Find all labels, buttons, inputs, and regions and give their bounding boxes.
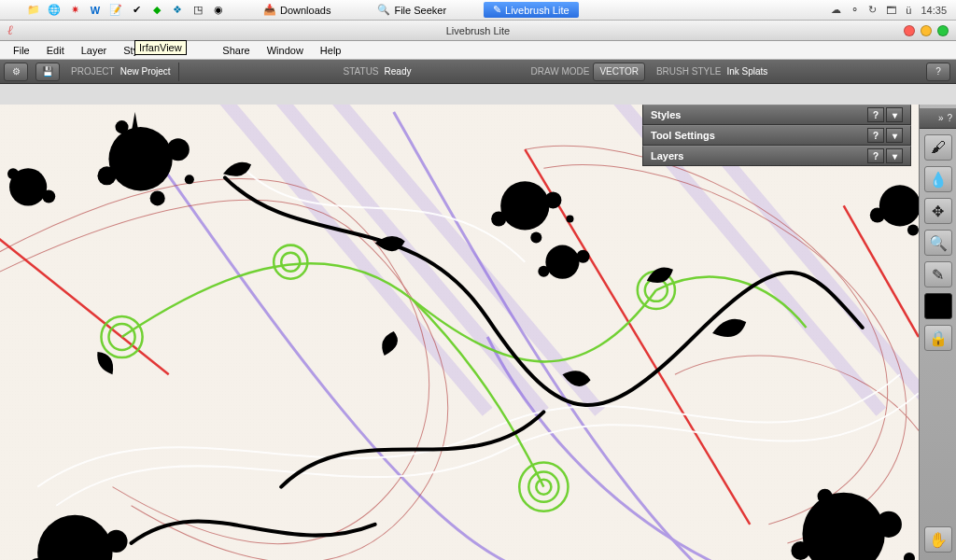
tray-icon[interactable]: ✔ (129, 3, 144, 18)
cloud-icon[interactable]: ☁ (831, 4, 841, 16)
tool-move[interactable]: ✥ (924, 198, 952, 224)
folder-icon: 📥 (263, 4, 276, 16)
taskbar-item-downloads[interactable]: 📥 Downloads (254, 2, 340, 18)
tool-dock: » ? 🖌 💧 ✥ 🔍 ✎ 🔒 ✋ (919, 105, 956, 560)
settings-button[interactable]: ⚙ (4, 63, 28, 81)
chevron-down-icon[interactable]: ▾ (886, 107, 903, 122)
svg-line-2 (300, 105, 599, 412)
tray-icon[interactable]: ✷ (67, 3, 82, 18)
artwork (0, 105, 919, 560)
brushstyle-label: BRUSH STYLE (656, 66, 721, 77)
tray-icon[interactable]: ◆ (149, 3, 164, 18)
zoom-icon: 🔍 (929, 234, 948, 252)
svg-point-18 (116, 120, 129, 133)
svg-point-37 (818, 489, 833, 504)
svg-point-41 (907, 225, 919, 236)
window-titlebar[interactable]: ℓ Livebrush Lite (0, 21, 956, 41)
project-value: New Project (120, 66, 171, 77)
tool-eraser[interactable]: ✎ (924, 261, 952, 287)
color-swatch[interactable] (924, 293, 952, 319)
chevron-down-icon[interactable]: ▾ (886, 148, 903, 163)
drawmode-selector[interactable]: VECTOR (593, 63, 645, 81)
taskbar-item-fileseeker[interactable]: 🔍 File Seeker (368, 2, 456, 18)
panel-tool-settings[interactable]: Tool Settings ?▾ (642, 125, 911, 146)
expand-icon[interactable]: » (938, 113, 944, 123)
brushstyle-value[interactable]: Ink Splats (726, 66, 767, 77)
mac-tray: 📁 🌐 ✷ W 📝 ✔ ◆ ❖ ◳ ◉ (0, 3, 226, 18)
help-button[interactable]: ? (926, 63, 950, 81)
battery-icon[interactable]: 🗔 (886, 5, 896, 16)
tool-zoom[interactable]: 🔍 (924, 230, 952, 256)
svg-point-15 (167, 138, 190, 161)
tray-icon[interactable]: 📁 (26, 3, 41, 18)
tray-icon[interactable]: 🌐 (47, 3, 62, 18)
panel-title: Styles (651, 109, 681, 120)
menu-edit[interactable]: Edit (39, 43, 72, 58)
tray-icon[interactable]: ◉ (211, 3, 226, 18)
panel-help-icon[interactable]: ? (867, 148, 884, 163)
tray-icon[interactable]: W (88, 3, 103, 18)
save-button[interactable]: 💾 (35, 63, 60, 81)
tooltip: IrfanView (134, 40, 187, 55)
tool-eyedropper[interactable]: 💧 (924, 166, 952, 192)
project-label: PROJECT (71, 66, 115, 77)
sync-icon[interactable]: ↻ (868, 4, 877, 16)
svg-point-19 (185, 175, 194, 184)
app-toolbar: ⚙ 💾 PROJECT New Project STATUS Ready DRA… (0, 60, 956, 84)
panel-help-icon[interactable]: ? (867, 107, 884, 122)
clock[interactable]: 14:35 (921, 5, 947, 16)
svg-point-14 (108, 127, 172, 190)
wifi-icon[interactable]: ⚬ (851, 4, 859, 16)
canvas[interactable] (0, 105, 919, 560)
tool-brush[interactable]: 🖌 (924, 134, 952, 161)
lock-icon: 🔒 (929, 329, 948, 347)
window-title: Livebrush Lite (446, 25, 511, 36)
svg-point-13 (281, 253, 300, 272)
mac-menu-bar: 📁 🌐 ✷ W 📝 ✔ ◆ ❖ ◳ ◉ 📥 Downloads 🔍 File S… (0, 0, 956, 21)
menu-help[interactable]: Help (313, 43, 349, 58)
svg-point-33 (802, 493, 884, 560)
separator (178, 63, 179, 81)
close-icon[interactable] (904, 25, 915, 36)
apple-icon[interactable] (6, 3, 21, 18)
svg-point-10 (638, 272, 675, 309)
panel-styles[interactable]: Styles ?▾ (642, 105, 911, 125)
taskbar-item-livebrush[interactable]: ✎ Livebrush Lite (484, 2, 579, 18)
task-label: File Seeker (394, 5, 446, 16)
svg-point-38 (904, 553, 915, 560)
svg-point-35 (791, 541, 809, 560)
panel-help-icon[interactable]: ? (867, 128, 884, 143)
zoom-icon[interactable] (937, 25, 949, 36)
svg-point-26 (577, 250, 590, 263)
svg-point-40 (870, 207, 885, 222)
move-icon: ✥ (932, 203, 944, 220)
svg-point-39 (879, 185, 919, 226)
minimize-icon[interactable] (921, 25, 932, 36)
svg-point-27 (538, 266, 549, 277)
svg-point-44 (7, 168, 19, 179)
mac-status-right: ☁ ⚬ ↻ 🗔 ü 14:35 (831, 4, 956, 16)
svg-point-17 (150, 190, 165, 205)
chevron-down-icon[interactable]: ▾ (886, 128, 903, 143)
svg-point-28 (37, 515, 112, 560)
svg-point-23 (530, 232, 541, 244)
tray-icon[interactable]: 📝 (108, 3, 123, 18)
tool-hand[interactable]: ✋ (924, 526, 952, 553)
dock-header: » ? (920, 108, 956, 129)
hand-icon: ✋ (929, 531, 948, 549)
panel-layers[interactable]: Layers ?▾ (642, 146, 911, 166)
help-icon[interactable]: ? (947, 113, 952, 123)
svg-point-11 (645, 279, 668, 301)
svg-point-22 (491, 211, 506, 226)
panel-title: Tool Settings (651, 130, 715, 141)
svg-point-21 (544, 191, 561, 208)
menu-window[interactable]: Window (260, 43, 311, 58)
u-icon[interactable]: ü (906, 5, 911, 16)
menu-layer[interactable]: Layer (74, 43, 115, 58)
tool-lock[interactable]: 🔒 (924, 325, 952, 351)
tray-icon[interactable]: ❖ (170, 3, 185, 18)
panel-title: Layers (651, 150, 683, 161)
menu-file[interactable]: File (6, 43, 37, 58)
tray-icon[interactable]: ◳ (190, 3, 205, 18)
menu-share[interactable]: Share (215, 43, 257, 58)
